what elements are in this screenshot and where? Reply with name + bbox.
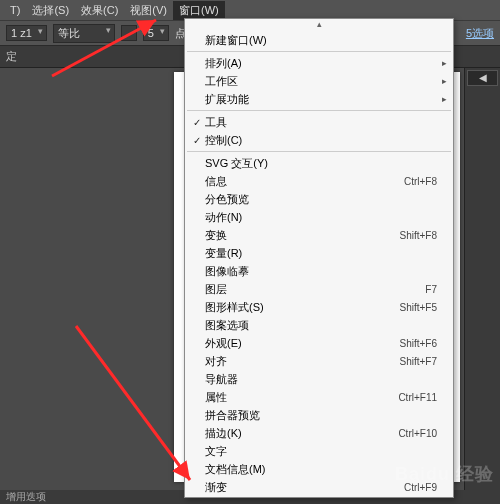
menu-item-label: 拼合器预览: [205, 408, 357, 423]
menu-item[interactable]: 变量(R): [185, 244, 453, 262]
menu-item-label: 变量(R): [205, 246, 357, 261]
menu-item[interactable]: SVG 交互(Y): [185, 154, 453, 172]
menu-item-label: 控制(C): [205, 133, 357, 148]
right-panel-strip: ◀: [464, 68, 500, 490]
menu-item[interactable]: 信息Ctrl+F8: [185, 172, 453, 190]
menu-item[interactable]: 扩展功能▸: [185, 90, 453, 108]
submenu-arrow-icon: ▸: [437, 76, 447, 86]
menu-item[interactable]: 外观(E)Shift+F6: [185, 334, 453, 352]
menu-item-label: 画板: [205, 498, 357, 499]
status-left: 增用迭项: [6, 490, 46, 504]
submenu-arrow-icon: ▸: [437, 58, 447, 68]
menu-item[interactable]: 文字: [185, 442, 453, 460]
menu-item-shortcut: Shift+F8: [357, 230, 437, 241]
menu-item[interactable]: 导航器: [185, 370, 453, 388]
menu-item[interactable]: 图形样式(S)Shift+F5: [185, 298, 453, 316]
menu-item-label: 图形样式(S): [205, 300, 357, 315]
menu-item-label: 分色预览: [205, 192, 357, 207]
tab-label[interactable]: 定: [6, 49, 17, 64]
zoom-dropdown[interactable]: 1 z1: [6, 25, 47, 41]
menu-item-shortcut: Ctrl+F11: [357, 392, 437, 403]
menu-item-label: 导航器: [205, 372, 357, 387]
menu-select[interactable]: 选择(S): [26, 1, 75, 20]
menu-item-label: 变换: [205, 228, 357, 243]
expand-panels-button[interactable]: ◀: [467, 70, 498, 86]
menu-item[interactable]: 拼合器预览: [185, 406, 453, 424]
menu-item-shortcut: Shift+F7: [357, 356, 437, 367]
menu-effect[interactable]: 效果(C): [75, 1, 124, 20]
menu-item-shortcut: Ctrl+F10: [357, 428, 437, 439]
watermark: Baidu 经验: [395, 462, 494, 486]
menu-item[interactable]: 画板: [185, 496, 453, 498]
menu-item-label: 渐变: [205, 480, 357, 495]
menu-item-label: 图案选项: [205, 318, 357, 333]
check-icon: ✓: [189, 135, 205, 146]
scroll-up-hint[interactable]: ▴: [185, 19, 453, 31]
menu-item-label: 扩展功能: [205, 92, 357, 107]
menu-item-label: 排列(A): [205, 56, 357, 71]
menu-item[interactable]: 新建窗口(W): [185, 31, 453, 49]
menu-item[interactable]: 变换Shift+F8: [185, 226, 453, 244]
menu-item-label: 图像临摹: [205, 264, 357, 279]
menu-item-label: 对齐: [205, 354, 357, 369]
options-link[interactable]: 5选项: [466, 26, 494, 41]
anchor-icon[interactable]: [121, 25, 137, 41]
menu-item-label: 描边(K): [205, 426, 357, 441]
menu-item-shortcut: Shift+F6: [357, 338, 437, 349]
ratio-dropdown[interactable]: 等比: [53, 24, 115, 43]
menu-view[interactable]: 视图(V): [124, 1, 173, 20]
menu-item-label: 文档信息(M): [205, 462, 357, 477]
menu-item-label: 图层: [205, 282, 357, 297]
points-dropdown[interactable]: 5: [143, 25, 169, 41]
menubar: T) 选择(S) 效果(C) 视图(V) 窗口(W): [0, 0, 500, 20]
menu-t[interactable]: T): [4, 2, 26, 18]
menu-item[interactable]: 对齐Shift+F7: [185, 352, 453, 370]
menu-item[interactable]: 动作(N): [185, 208, 453, 226]
menu-item-label: 工具: [205, 115, 357, 130]
menu-item[interactable]: 图案选项: [185, 316, 453, 334]
menu-item-label: SVG 交互(Y): [205, 156, 357, 171]
menu-item[interactable]: 分色预览: [185, 190, 453, 208]
menu-item[interactable]: ✓工具: [185, 113, 453, 131]
menu-item[interactable]: 工作区▸: [185, 72, 453, 90]
menu-item[interactable]: 属性Ctrl+F11: [185, 388, 453, 406]
menu-item-shortcut: Ctrl+F8: [357, 176, 437, 187]
menu-item[interactable]: 图层F7: [185, 280, 453, 298]
menu-item-label: 信息: [205, 174, 357, 189]
menu-item-label: 外观(E): [205, 336, 357, 351]
menu-item-shortcut: F7: [357, 284, 437, 295]
menu-item[interactable]: 描边(K)Ctrl+F10: [185, 424, 453, 442]
menu-item-label: 文字: [205, 444, 357, 459]
check-icon: ✓: [189, 117, 205, 128]
menu-item-label: 动作(N): [205, 210, 357, 225]
menu-item-shortcut: Shift+F5: [357, 302, 437, 313]
menu-item[interactable]: ✓控制(C): [185, 131, 453, 149]
menu-item[interactable]: 图像临摹: [185, 262, 453, 280]
menu-item-label: 工作区: [205, 74, 357, 89]
menu-item[interactable]: 排列(A)▸: [185, 54, 453, 72]
window-menu-dropdown[interactable]: ▴ 新建窗口(W)排列(A)▸工作区▸扩展功能▸✓工具✓控制(C)SVG 交互(…: [184, 18, 454, 498]
menu-window[interactable]: 窗口(W): [173, 1, 225, 20]
menu-item-label: 属性: [205, 390, 357, 405]
menu-item-label: 新建窗口(W): [205, 33, 357, 48]
submenu-arrow-icon: ▸: [437, 94, 447, 104]
